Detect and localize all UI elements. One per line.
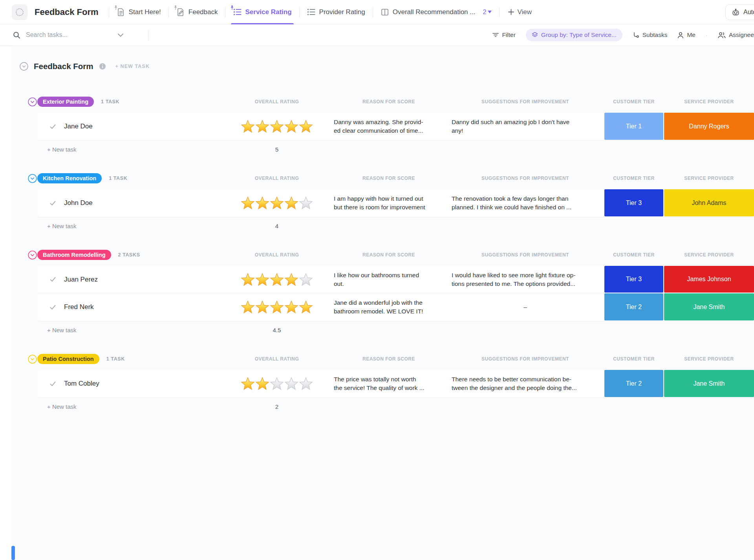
rating-stars[interactable] [226, 266, 328, 293]
reason-text[interactable]: The price was totally not worth the serv… [334, 370, 444, 397]
reason-text[interactable]: I am happy with how it turned out but th… [334, 189, 444, 217]
search-box[interactable] [13, 31, 143, 39]
suggestion-text[interactable]: The renovation took a few days longer th… [452, 189, 599, 217]
column-header-service-provider[interactable]: SERVICE PROVIDER [664, 99, 754, 104]
new-task-button[interactable]: + NEW TASK [115, 64, 150, 69]
task-name[interactable]: John Doe [64, 199, 93, 207]
star-icon[interactable] [270, 377, 284, 391]
task-check-icon[interactable] [49, 276, 57, 283]
list-avatar-icon[interactable] [12, 4, 27, 20]
tab-provider-rating[interactable]: Provider Rating [300, 0, 373, 24]
collapse-group-icon[interactable] [28, 251, 37, 260]
tab-feedback[interactable]: Feedback [169, 0, 225, 24]
task-name[interactable]: Fred Nerk [64, 303, 94, 311]
star-icon[interactable] [284, 196, 298, 210]
column-header-customer-tier[interactable]: CUSTOMER TIER [604, 356, 663, 362]
rating-stars[interactable] [226, 189, 328, 217]
star-icon[interactable] [241, 300, 255, 314]
star-icon[interactable] [299, 300, 313, 314]
chevron-down-icon[interactable] [118, 33, 123, 37]
column-header-reason[interactable]: REASON FOR SCORE [334, 356, 444, 362]
column-header-service-provider[interactable]: SERVICE PROVIDER [664, 176, 754, 181]
collapse-group-icon[interactable] [28, 97, 37, 106]
task-name[interactable]: Tom Cobley [64, 380, 99, 388]
rating-stars[interactable] [226, 113, 328, 140]
star-icon[interactable] [284, 119, 298, 134]
star-icon[interactable] [299, 119, 313, 134]
column-header-overall-rating[interactable]: OVERALL RATING [226, 176, 328, 181]
task-name[interactable]: Jane Doe [64, 123, 93, 130]
star-icon[interactable] [270, 196, 284, 210]
add-task-button[interactable]: + New task [37, 403, 226, 410]
column-header-overall-rating[interactable]: OVERALL RATING [226, 252, 328, 258]
task-row[interactable]: Fred Nerk Jane did a wonderful job with … [37, 293, 754, 321]
suggestion-text[interactable]: Danny did such an amazing job I don't ha… [452, 113, 599, 140]
add-view-button[interactable]: View [500, 8, 540, 16]
reason-text[interactable]: Danny was amazing. She provid- ed clear … [334, 113, 444, 140]
tab-service-rating[interactable]: Service Rating [225, 0, 299, 24]
column-header-suggestions[interactable]: SUGGESTIONS FOR IMPROVEMENT [452, 99, 599, 104]
column-header-overall-rating[interactable]: OVERALL RATING [226, 99, 328, 104]
collapse-group-icon[interactable] [28, 174, 37, 183]
column-header-suggestions[interactable]: SUGGESTIONS FOR IMPROVEMENT [452, 176, 599, 181]
reason-text[interactable]: Jane did a wonderful job with the bathro… [334, 293, 444, 321]
column-header-suggestions[interactable]: SUGGESTIONS FOR IMPROVEMENT [452, 356, 599, 362]
subtasks-button[interactable]: Subtasks [633, 31, 668, 38]
add-task-button[interactable]: + New task [37, 223, 226, 229]
service-provider-cell[interactable]: Danny Rogers [664, 113, 754, 140]
collapse-group-icon[interactable] [28, 355, 37, 364]
suggestion-text[interactable]: – [452, 293, 599, 321]
star-icon[interactable] [284, 300, 298, 314]
column-header-suggestions[interactable]: SUGGESTIONS FOR IMPROVEMENT [452, 252, 599, 258]
me-filter-button[interactable]: Me [677, 31, 695, 38]
service-provider-cell[interactable]: John Adams [664, 189, 754, 216]
column-header-customer-tier[interactable]: CUSTOMER TIER [604, 99, 663, 104]
star-icon[interactable] [241, 119, 255, 134]
rating-stars[interactable] [226, 370, 328, 397]
scrollbar-thumb[interactable] [11, 546, 15, 560]
add-task-button[interactable]: + New task [37, 146, 226, 153]
service-provider-cell[interactable]: Jane Smith [664, 370, 754, 397]
task-check-icon[interactable] [49, 199, 57, 207]
service-provider-cell[interactable]: Jane Smith [664, 293, 754, 320]
suggestion-text[interactable]: I would have liked to see more light fix… [452, 266, 599, 293]
collapse-section-icon[interactable] [20, 62, 28, 71]
group-badge[interactable]: Kitchen Renovation [37, 173, 102, 183]
customer-tier-cell[interactable]: Tier 2 [604, 370, 663, 397]
automate-button[interactable]: Automate [725, 4, 754, 20]
customer-tier-cell[interactable]: Tier 3 [604, 266, 663, 293]
assignee-filter-button[interactable]: Assignee [718, 31, 754, 38]
column-header-service-provider[interactable]: SERVICE PROVIDER [664, 356, 754, 362]
group-by-button[interactable]: Group by: Type of Service... [526, 29, 622, 41]
column-header-customer-tier[interactable]: CUSTOMER TIER [604, 176, 663, 181]
customer-tier-cell[interactable]: Tier 1 [604, 113, 663, 140]
star-icon[interactable] [255, 273, 269, 287]
column-header-service-provider[interactable]: SERVICE PROVIDER [664, 252, 754, 258]
suggestion-text[interactable]: There needs to be better communication b… [452, 370, 599, 397]
task-name[interactable]: Juan Perez [64, 276, 98, 284]
star-icon[interactable] [270, 119, 284, 134]
star-icon[interactable] [270, 300, 284, 314]
column-header-reason[interactable]: REASON FOR SCORE [334, 99, 444, 104]
star-icon[interactable] [299, 377, 313, 391]
task-row[interactable]: Juan Perez I like how our bathrooms turn… [37, 266, 754, 293]
views-count-dropdown[interactable]: 2 [483, 9, 492, 16]
customer-tier-cell[interactable]: Tier 2 [604, 293, 663, 320]
star-icon[interactable] [241, 273, 255, 287]
search-input[interactable] [26, 31, 112, 38]
group-badge[interactable]: Patio Construction [37, 354, 99, 364]
column-header-reason[interactable]: REASON FOR SCORE [334, 252, 444, 258]
star-icon[interactable] [255, 119, 269, 134]
task-check-icon[interactable] [49, 123, 57, 130]
info-icon[interactable] [99, 63, 106, 70]
star-icon[interactable] [241, 377, 255, 391]
reason-text[interactable]: I like how our bathrooms turned out. [334, 266, 444, 293]
filter-button[interactable]: Filter [492, 31, 515, 38]
star-icon[interactable] [255, 377, 269, 391]
star-icon[interactable] [299, 273, 313, 287]
column-header-reason[interactable]: REASON FOR SCORE [334, 176, 444, 181]
task-check-icon[interactable] [49, 380, 57, 388]
task-row[interactable]: John Doe I am happy with how it turned o… [37, 189, 754, 217]
star-icon[interactable] [284, 273, 298, 287]
task-row[interactable]: Tom Cobley The price was totally not wor… [37, 370, 754, 397]
